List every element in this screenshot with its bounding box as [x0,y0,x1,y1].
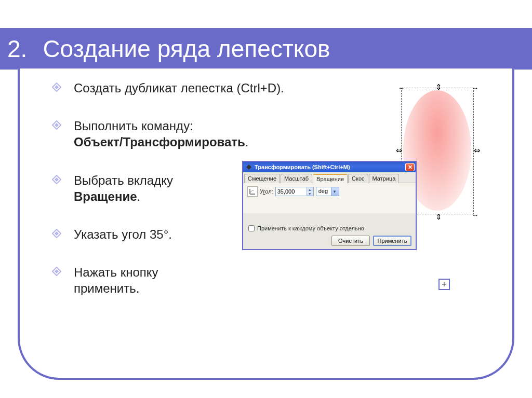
rotate-handle-icon: ⇔ [396,146,403,154]
angle-spinbox[interactable]: ▲ ▼ [275,187,314,196]
diamond-bullet-icon [52,120,62,131]
angle-input[interactable] [276,187,306,196]
rotate-handle-icon: ⇕ [435,83,442,91]
checkbox-input[interactable] [248,225,255,231]
unit-combo[interactable]: deg ▼ [316,187,339,196]
title-text: Создание ряда лепестков [43,35,330,63]
app-icon [245,163,252,171]
bullet-item: Выбрать вкладку Вращение. [52,172,229,204]
clear-button[interactable]: Очистить [331,236,370,246]
angle-icon [247,186,258,197]
tab-matrix[interactable]: Матрица [369,174,400,183]
apply-each-checkbox[interactable]: Применить к каждому объекту отдельно [248,225,364,231]
diamond-bullet-icon [52,175,62,185]
bullet-text: Выполнить команду: Объект/Трансформирова… [74,118,249,150]
rotate-handle-icon: ↔ [472,85,478,91]
content-panel: Создать дубликат лепестка (Ctrl+D). Выпо… [18,68,514,380]
tab-scale[interactable]: Масштаб [281,174,312,183]
svg-marker-5 [55,177,59,182]
diamond-bullet-icon [52,83,62,93]
svg-marker-9 [55,269,59,273]
dialog-titlebar[interactable]: Трансформировать (Shift+Ctrl+M) ✕ [243,162,416,172]
rotate-handle-icon: ↔ [398,85,405,91]
bullet-item: Создать дубликат лепестка (Ctrl+D). [52,80,322,96]
dialog-title: Трансформировать (Shift+Ctrl+M) [255,164,405,170]
transform-dialog: Трансформировать (Shift+Ctrl+M) ✕ Смещен… [242,161,417,250]
rotation-center-marker: + [438,279,450,290]
tab-move[interactable]: Смещение [244,174,280,183]
angle-label: Угол: [260,188,273,195]
rotate-handle-icon: ↔ [472,212,478,218]
title-band: 2. Создание ряда лепестков [0,28,532,70]
dialog-tabs: Смещение Масштаб Вращение Скос Матрица [243,172,416,183]
slide: 2. Создание ряда лепестков Создать дубли… [0,0,532,398]
bullet-item: Выполнить команду: Объект/Трансформирова… [52,118,322,150]
angle-row: Угол: ▲ ▼ deg ▼ [247,186,411,197]
bullet-item: Нажать кнопку применить. [52,264,322,296]
svg-marker-10 [246,164,251,170]
apply-button[interactable]: Применить [373,236,411,246]
dialog-buttons: Очистить Применить [331,236,411,246]
rotate-handle-icon: ⇔ [474,146,481,154]
dialog-body: Угол: ▲ ▼ deg ▼ [243,183,416,213]
chevron-down-icon[interactable]: ▼ [331,187,339,196]
spin-up-icon[interactable]: ▲ [307,187,313,191]
bullet-text: Выбрать вкладку Вращение. [74,172,173,204]
svg-marker-1 [55,85,59,89]
tab-skew[interactable]: Скос [348,174,368,183]
spin-down-icon[interactable]: ▼ [307,191,313,196]
svg-marker-3 [55,123,59,127]
title-number: 2. [7,35,27,63]
checkbox-label: Применить к каждому объекту отдельно [257,225,364,231]
bullet-text: Нажать кнопку применить. [74,264,158,296]
bullet-text: Указать угол 35°. [74,226,172,242]
close-button[interactable]: ✕ [405,163,415,171]
diamond-bullet-icon [52,229,62,239]
diamond-bullet-icon [52,267,62,277]
rotate-handle-icon: ⇕ [435,213,442,221]
tab-rotate[interactable]: Вращение [313,174,348,183]
svg-marker-7 [55,231,59,236]
unit-value: deg [316,187,331,196]
bullet-text: Создать дубликат лепестка (Ctrl+D). [74,80,284,96]
